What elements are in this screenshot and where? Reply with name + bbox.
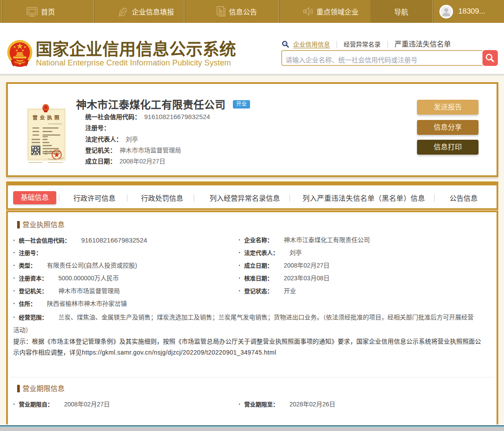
- svg-text:营业执照: 营业执照: [33, 115, 62, 120]
